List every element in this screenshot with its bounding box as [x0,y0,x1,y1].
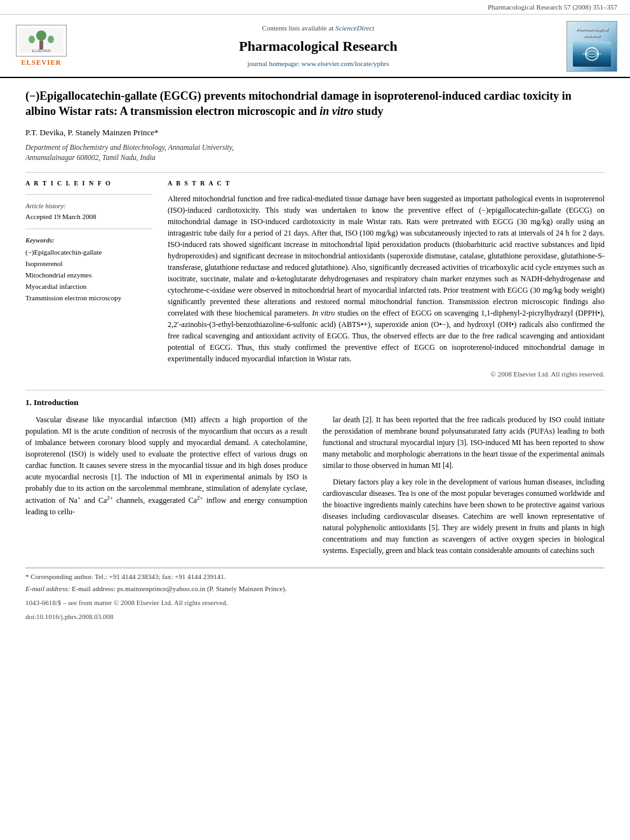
article-title: (−)Epigallocatechin-gallate (EGCG) preve… [25,88,605,119]
elsevier-svg-logo: ELSEVIER [19,28,64,53]
elsevier-logo-box: ELSEVIER [16,25,67,57]
intro-left-col: Vascular disease like myocardial infarct… [25,414,307,561]
keyword-3: Mitochondrial enzymes [25,270,152,281]
journal-header: ELSEVIER ELSEVIER Contents lists availab… [0,15,630,78]
doi-line: doi:10.1016/j.phrs.2008.03.008 [25,612,605,622]
intro-right-col: lar death [2]. It has been reported that… [323,414,605,561]
svg-point-4 [48,36,54,43]
introduction-section: 1. Introduction Vascular disease like my… [25,397,605,561]
footnote-section: * Corresponding author. Tel.: +91 4144 2… [25,568,605,622]
intro-right-para2: Dietary factors play a key role in the d… [323,476,605,556]
sciencedirect-link[interactable]: ScienceDirect [335,24,374,32]
article-divider [25,172,605,173]
authors: P.T. Devika, P. Stanely Mainzen Prince* [25,127,605,139]
article-info-column: A R T I C L E I N F O Article history: A… [25,179,152,380]
elsevier-label: ELSEVIER [21,58,62,68]
accepted-date: Accepted 19 March 2008 [25,212,152,222]
body-columns: Vascular disease like myocardial infarct… [25,414,605,561]
svg-point-3 [29,36,35,43]
intro-left-para: Vascular disease like myocardial infarct… [25,414,307,517]
history-label: Article history: [25,201,152,211]
copyright-text: © 2008 Elsevier Ltd. All rights reserved… [168,370,605,380]
journal-cover-image: Pharmacological research [566,21,617,72]
email-footnote: E-mail address: E-mail address: ps.mainz… [25,584,605,594]
elsevier-logo: ELSEVIER ELSEVIER [13,25,70,68]
sciencedirect-line: Contents lists available at ScienceDirec… [76,23,560,34]
section-divider [25,390,605,390]
article-info-abstract: A R T I C L E I N F O Article history: A… [25,179,605,380]
abstract-text: Altered mitochondrial function and free … [168,193,605,364]
issn-line: 1043-6618/$ – see front matter © 2008 El… [25,598,605,608]
affiliation: Department of Biochemistry and Biotechno… [25,142,605,163]
keyword-2: Isoproterenol [25,259,152,269]
info-divider2 [25,229,152,229]
intro-right-para1: lar death [2]. It has been reported that… [323,414,605,471]
corresponding-footnote: * Corresponding author. Tel.: +91 4144 2… [25,572,605,582]
svg-text:ELSEVIER: ELSEVIER [32,49,51,53]
svg-rect-2 [39,41,43,50]
top-bar: Pharmacological Research 57 (2008) 351–3… [0,0,630,15]
citation-text: Pharmacological Research 57 (2008) 351–3… [488,3,617,11]
svg-point-1 [36,30,46,41]
keyword-1: (−)Epigallocatechin-gallate [25,248,152,258]
intro-heading: 1. Introduction [25,397,605,409]
info-divider [25,194,152,195]
journal-homepage: journal homepage: www.elsevier.com/locat… [76,59,560,69]
keywords-label: Keywords: [25,236,152,245]
main-content: (−)Epigallocatechin-gallate (EGCG) preve… [0,78,630,630]
abstract-column: A B S T R A C T Altered mitochondrial fu… [168,179,605,380]
keyword-4: Myocardial infarction [25,282,152,292]
journal-title: Pharmacological Research [76,36,560,57]
abstract-label: A B S T R A C T [168,179,605,189]
article-info-label: A R T I C L E I N F O [25,179,152,189]
journal-center: Contents lists available at ScienceDirec… [70,23,566,69]
keyword-5: Transmission electron microscopy [25,293,152,303]
